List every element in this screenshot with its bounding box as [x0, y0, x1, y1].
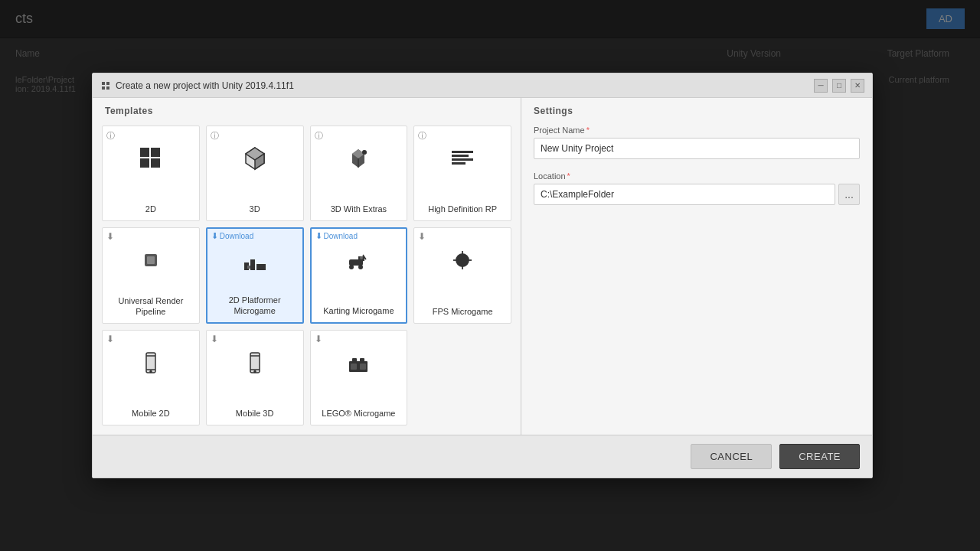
browse-button[interactable]: ... [838, 184, 860, 205]
template-hdrp-label: High Definition RP [428, 204, 497, 214]
svg-point-37 [461, 259, 464, 262]
maximize-button[interactable]: □ [832, 79, 846, 93]
icon-fps [450, 248, 475, 278]
svg-rect-5 [151, 148, 160, 157]
template-karting[interactable]: ⬇ Download Karting Microgame [310, 227, 408, 324]
icon-2d [139, 146, 163, 176]
template-mobile-3d[interactable]: ⬇ Mobile 3D [206, 330, 304, 425]
project-name-input[interactable] [534, 138, 860, 159]
icon-2dplatformer [243, 249, 267, 279]
template-3d-label: 3D [250, 204, 260, 214]
template-3d-extras[interactable]: ⓘ 3D With Extras [310, 126, 408, 221]
template-mobile2d-label: Mobile 2D [132, 408, 170, 419]
svg-rect-3 [106, 86, 109, 90]
svg-rect-25 [247, 266, 250, 269]
dialog-titlebar: Create a new project with Unity 2019.4.1… [93, 73, 872, 98]
download-icon-lego: ⬇ [315, 334, 322, 344]
minimize-button[interactable]: ─ [814, 79, 828, 93]
template-2d-platformer[interactable]: ⬇ Download 2D Platformer Microgame [206, 227, 304, 324]
svg-rect-18 [452, 158, 473, 161]
svg-rect-48 [360, 358, 364, 363]
icon-mobile3d [243, 350, 267, 380]
download-icon-urp: ⬇ [106, 231, 114, 242]
svg-rect-7 [151, 158, 160, 168]
info-icon-hdrp: ⓘ [418, 130, 426, 142]
settings-body: Project Name * Location * ... [521, 122, 872, 435]
templates-grid: ⓘ 2D ⓘ 3D [93, 122, 521, 435]
svg-point-28 [358, 265, 363, 269]
template-karting-label: Karting Microgame [323, 305, 394, 316]
dialog-body: Templates ⓘ 2D ⓘ [93, 98, 872, 435]
create-button[interactable]: CREATE [779, 444, 860, 469]
download-badge-2dplatformer: ⬇ Download [211, 231, 253, 241]
svg-rect-47 [352, 358, 357, 363]
required-star-location: * [567, 171, 570, 181]
dialog-app-icon [100, 80, 111, 91]
icon-3dextras [346, 146, 371, 176]
download-icon-fps: ⬇ [418, 231, 426, 242]
svg-rect-4 [140, 148, 149, 157]
create-project-dialog: Create a new project with Unity 2019.4.1… [92, 73, 873, 478]
icon-lego [346, 350, 371, 380]
template-2d[interactable]: ⓘ 2D [102, 126, 200, 221]
info-icon-2d: ⓘ [106, 130, 115, 142]
template-2dplatformer-label: 2D Platformer Microgame [214, 295, 296, 317]
cancel-button[interactable]: CANCEL [691, 444, 772, 469]
dialog-footer: CANCEL CREATE [93, 435, 872, 478]
template-mobile-2d[interactable]: ⬇ Mobile 2D [102, 330, 200, 425]
download-icon-2dplatformer: ⬇ [211, 231, 218, 241]
template-3dextras-label: 3D With Extras [331, 204, 387, 214]
close-button[interactable]: ✕ [851, 79, 864, 93]
download-icon-karting: ⬇ [315, 231, 322, 241]
svg-rect-49 [351, 364, 357, 370]
svg-rect-16 [452, 151, 473, 153]
svg-point-45 [254, 371, 256, 373]
template-urp-label: Universal Render Pipeline [109, 295, 193, 318]
location-label: Location * [534, 171, 860, 181]
info-icon-3d: ⓘ [211, 130, 219, 142]
templates-panel-title: Templates [93, 98, 521, 122]
icon-hdrp [450, 146, 475, 176]
svg-point-30 [360, 256, 363, 259]
templates-panel: Templates ⓘ 2D ⓘ [93, 98, 521, 435]
svg-rect-0 [102, 82, 105, 85]
svg-rect-2 [102, 86, 105, 90]
template-lego[interactable]: ⬇ LEGO® Microgame [310, 330, 408, 425]
project-name-label: Project Name * [534, 126, 860, 135]
template-3d[interactable]: ⓘ 3D [206, 126, 304, 221]
template-2d-label: 2D [145, 204, 156, 214]
required-star-name: * [586, 126, 590, 135]
icon-karting [346, 249, 371, 279]
template-mobile3d-label: Mobile 3D [236, 408, 274, 419]
settings-panel-title: Settings [521, 98, 872, 122]
svg-rect-6 [140, 158, 149, 168]
svg-rect-23 [250, 259, 255, 270]
download-icon-mobile2d: ⬇ [106, 334, 114, 344]
template-fps[interactable]: ⬇ FPS Microgame [413, 227, 511, 324]
svg-rect-24 [256, 264, 266, 270]
download-badge-karting: ⬇ Download [315, 231, 358, 241]
location-input[interactable] [534, 184, 835, 205]
icon-3d [243, 146, 267, 176]
location-row: ... [534, 184, 860, 205]
info-icon-3dextras: ⓘ [315, 130, 323, 142]
svg-rect-50 [360, 364, 366, 370]
icon-mobile2d [139, 350, 163, 380]
svg-rect-17 [452, 155, 469, 157]
download-icon-mobile3d: ⬇ [211, 334, 218, 344]
svg-rect-1 [106, 82, 109, 85]
template-urp[interactable]: ⬇ Universal Render Pipeline [102, 227, 200, 324]
svg-point-41 [150, 371, 152, 373]
template-fps-label: FPS Microgame [433, 306, 493, 317]
svg-rect-21 [147, 256, 155, 264]
template-hdrp[interactable]: ⓘ High Definition RP [413, 126, 511, 221]
svg-point-27 [349, 265, 354, 269]
template-lego-label: LEGO® Microgame [322, 408, 395, 419]
dialog-title: Create a new project with Unity 2019.4.1… [116, 80, 814, 91]
window-controls: ─ □ ✕ [814, 79, 864, 93]
icon-urp [139, 248, 163, 278]
settings-panel: Settings Project Name * Location * ... [521, 98, 872, 435]
svg-rect-19 [452, 162, 466, 165]
